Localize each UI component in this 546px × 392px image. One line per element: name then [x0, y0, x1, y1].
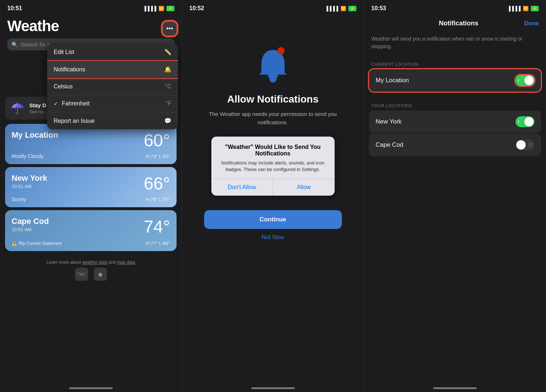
- dialog-text: Notifications may include alerts, sounds…: [219, 160, 327, 173]
- wifi-icon-3: 🛜: [523, 6, 529, 11]
- dialog-body: "Weather" Would Like to Send You Notific…: [211, 137, 335, 173]
- notif-settings-title: Notifications: [439, 20, 478, 27]
- new-york-toggle-thumb: [524, 117, 534, 126]
- wifi-icon-2: 🛜: [340, 6, 346, 11]
- search-placeholder: Search for a: [21, 41, 50, 47]
- notifications-label: Notifications: [54, 66, 85, 73]
- dropdown-menu: Edit List ✏️ Notifications 🔔 Celsius °C …: [47, 43, 178, 129]
- svg-point-1: [269, 75, 277, 83]
- allow-notif-body: Allow Notifications The Weather app need…: [182, 14, 364, 255]
- fahrenheit-label: ✓ Fahrenheit: [54, 100, 90, 107]
- cape-cod-label: Cape Cod: [376, 141, 404, 149]
- home-indicator-1: [69, 387, 113, 389]
- signal-icon-1: ▐▐▐▐: [143, 6, 156, 11]
- dropdown-item-fahrenheit[interactable]: ✓ Fahrenheit °F: [47, 95, 178, 112]
- card-bottom-new-york: Sunny H:76° L:57°: [12, 196, 170, 202]
- celsius-label: Celsius: [54, 83, 73, 90]
- current-location-label: CURRENT LOCATION: [364, 59, 546, 69]
- status-icons-2: ▐▐▐▐ 🛜 ⚡: [325, 6, 356, 11]
- weather-card-new-york[interactable]: New York 10:51 AM 66° Sunny H:76° L:57°: [5, 167, 177, 207]
- search-icon: 🔍: [12, 42, 18, 47]
- report-label: Report an Issue: [54, 118, 95, 124]
- card-temp-my-location: 60°: [144, 130, 170, 150]
- dark-sky-logo: ⬤: [94, 268, 107, 281]
- status-icons-1: ▐▐▐▐ 🛜 ⚡: [143, 6, 174, 11]
- my-location-label: My Location: [376, 77, 409, 84]
- status-time-2: 10:52: [189, 5, 204, 12]
- card-temp-cape-cod: 74°: [144, 217, 170, 237]
- permission-dialog: "Weather" Would Like to Send You Notific…: [211, 137, 335, 196]
- svg-point-2: [277, 47, 285, 54]
- edit-list-label: Edit List: [54, 49, 74, 55]
- card-condition-my-location: Mostly Cloudy: [12, 153, 44, 159]
- new-york-row[interactable]: New York I: [369, 110, 541, 133]
- card-top-cape-cod: Cape Cod 10:51 AM 74°: [12, 217, 170, 237]
- card-temp-new-york: 66°: [144, 174, 170, 193]
- status-icons-3: ▐▐▐▐ 🛜 ⚡: [507, 6, 539, 11]
- my-location-row[interactable]: My Location I: [369, 69, 541, 92]
- weather-channel-logo: TWC: [75, 268, 88, 281]
- status-bar-3: 10:53 ▐▐▐▐ 🛜 ⚡: [364, 0, 546, 14]
- home-indicator-3: [433, 387, 477, 389]
- toggle-on-label: I: [518, 79, 519, 83]
- battery-icon-1: ⚡: [166, 6, 174, 11]
- three-dot-button[interactable]: •••: [162, 21, 177, 36]
- cape-cod-toggle-thumb: [516, 140, 526, 150]
- card-top-my-location: My Location 60°: [12, 130, 170, 150]
- weather-card-my-location[interactable]: My Location 60° Mostly Cloudy H:73° L:53…: [5, 124, 177, 164]
- footer: Learn more about weather data and map da…: [0, 254, 182, 287]
- dont-allow-button[interactable]: Don't Allow: [211, 179, 273, 196]
- umbrella-icon: ☂️: [11, 102, 24, 114]
- partner-logos: TWC ⬤: [6, 268, 176, 281]
- new-york-toggle-label: I: [518, 120, 519, 124]
- allow-notif-title: Allow Notifications: [227, 93, 319, 105]
- report-icon: 💬: [164, 117, 171, 124]
- your-locations-label: YOUR LOCATIONS: [364, 100, 546, 110]
- dropdown-item-report[interactable]: Report an Issue 💬: [47, 112, 178, 129]
- new-york-label: New York: [376, 118, 402, 125]
- cape-cod-toggle[interactable]: [516, 139, 534, 150]
- signal-icon-3: ▐▐▐▐: [507, 6, 521, 11]
- cape-cod-row[interactable]: Cape Cod: [369, 134, 541, 156]
- celsius-icon: °C: [165, 83, 171, 90]
- card-condition-new-york: Sunny: [12, 196, 26, 202]
- card-condition-cape-cod: ⚠️ Rip Current Statement: [12, 239, 62, 246]
- page-title: Weathe: [7, 17, 174, 35]
- weather-data-link[interactable]: weather data: [82, 260, 107, 265]
- card-hilow-new-york: H:76° L:57°: [146, 197, 170, 202]
- continue-button[interactable]: Continue: [204, 210, 342, 229]
- toggle-off-indicator: [529, 143, 532, 147]
- allow-button[interactable]: Allow: [273, 179, 335, 196]
- battery-icon-2: ⚡: [348, 6, 356, 11]
- weather-card-cape-cod[interactable]: Cape Cod 10:51 AM 74° ⚠️ Rip Current Sta…: [5, 210, 177, 251]
- panel-weather-list: 10:51 ▐▐▐▐ 🛜 ⚡ Weathe 🔍 Search for a •••…: [0, 0, 182, 392]
- card-hilow-cape-cod: H:77° L:66°: [146, 241, 170, 246]
- panel-notifications-settings: 10:53 ▐▐▐▐ 🛜 ⚡ Notifications Done Weathe…: [364, 0, 546, 392]
- map-data-link[interactable]: map data: [117, 260, 135, 265]
- wifi-icon-1: 🛜: [158, 6, 164, 11]
- dialog-actions: Don't Allow Allow: [211, 179, 335, 196]
- card-city-new-york: New York 10:51 AM: [12, 174, 47, 189]
- dropdown-item-edit[interactable]: Edit List ✏️: [47, 43, 178, 61]
- edit-icon: ✏️: [164, 49, 171, 55]
- card-city-my-location: My Location: [12, 130, 58, 140]
- notification-bell-graphic: [251, 43, 295, 86]
- battery-icon-3: ⚡: [531, 6, 539, 11]
- notif-description: Weather will send you a notification whe…: [364, 32, 546, 59]
- my-location-toggle[interactable]: I: [516, 75, 534, 86]
- status-bar-2: 10:52 ▐▐▐▐ 🛜 ⚡: [182, 0, 364, 14]
- card-bottom-my-location: Mostly Cloudy H:73° L:53°: [12, 153, 170, 159]
- not-now-button[interactable]: Not Now: [262, 234, 284, 241]
- footer-text: Learn more about: [46, 260, 82, 265]
- done-button[interactable]: Done: [524, 20, 539, 27]
- status-time-3: 10:53: [371, 5, 386, 12]
- bell-icon: 🔔: [164, 66, 171, 73]
- card-top-new-york: New York 10:51 AM 66°: [12, 174, 170, 193]
- dropdown-item-celsius[interactable]: Celsius °C: [47, 78, 178, 95]
- bell-svg: [251, 43, 295, 86]
- card-city-cape-cod: Cape Cod 10:51 AM: [12, 217, 49, 232]
- new-york-toggle[interactable]: I: [516, 116, 534, 127]
- toggle-thumb: [524, 76, 534, 85]
- dropdown-item-notifications[interactable]: Notifications 🔔: [47, 61, 178, 78]
- panel-allow-notifications: 10:52 ▐▐▐▐ 🛜 ⚡ Allow Notifications The W…: [182, 0, 364, 392]
